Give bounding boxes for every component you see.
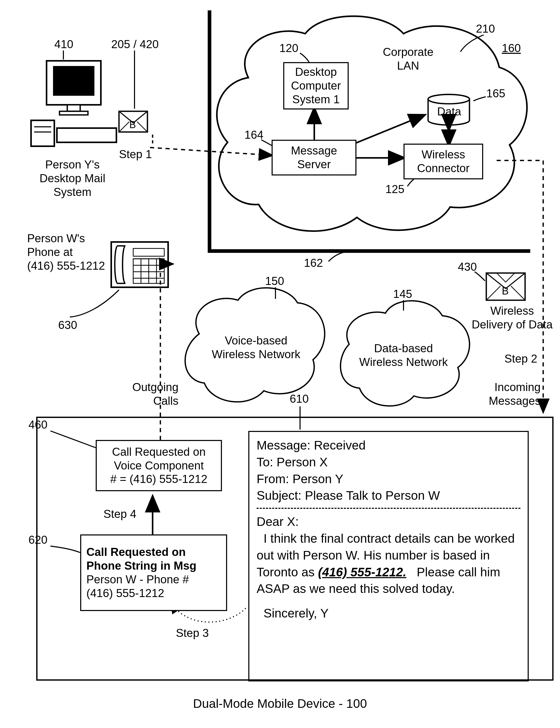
call-req-msg-box: Call Requested on Phone String in Msg Pe…: [80, 534, 227, 611]
phone-icon: [111, 242, 168, 287]
ref-164: 164: [245, 128, 263, 142]
svg-rect-6: [31, 120, 54, 146]
call-req-voice-label: Call Requested on Voice Component # = (4…: [110, 445, 208, 486]
message-box: Message: Received To: Person X From: Per…: [248, 431, 529, 681]
step3-label: Step 3: [176, 626, 209, 640]
call-req-msg-line1: Person W - Phone #: [86, 573, 189, 586]
ref-125: 125: [385, 182, 404, 196]
ref-630: 630: [58, 318, 77, 332]
ref-610: 610: [290, 392, 308, 406]
envelope-b-large-letter: B: [502, 285, 509, 297]
msg-from: From: Person Y: [257, 471, 520, 488]
outgoing-calls-label: Outgoing Calls: [122, 380, 179, 408]
msg-to: To: Person X: [257, 454, 520, 471]
desktop-computer-box: Desktop Computer System 1: [283, 62, 349, 109]
leader-630: [70, 290, 119, 317]
call-req-msg-title: Call Requested on Phone String in Msg: [86, 545, 196, 573]
ref-410: 410: [54, 38, 73, 51]
arrow-ms-to-data: [354, 115, 424, 144]
msg-subject: Subject: Please Talk to Person W: [257, 487, 520, 504]
ref-150: 150: [265, 274, 284, 288]
svg-rect-13: [133, 248, 164, 256]
leader-162: [328, 252, 346, 261]
leader-120: [300, 53, 309, 62]
ref-210: 210: [476, 22, 495, 36]
data-network-label: Data-based Wireless Network: [354, 342, 453, 369]
incoming-messages-label: Incoming Messages: [473, 380, 541, 408]
svg-rect-4: [67, 105, 80, 111]
data-label: Data: [437, 105, 461, 119]
desktop-computer-icon: [31, 61, 116, 146]
message-server-label: Message Server: [291, 144, 337, 171]
call-req-voice-box: Call Requested on Voice Component # = (4…: [96, 440, 222, 491]
step2-label: Step 2: [504, 352, 537, 366]
diagram-canvas: 160 210 120 165 164 125 162 410 205 / 42…: [0, 0, 560, 728]
msg-divider: [257, 508, 520, 509]
wireless-delivery-label: Wireless Delivery of Data: [468, 304, 556, 332]
envelope-b-small-letter: B: [129, 119, 136, 131]
svg-rect-9: [57, 128, 116, 142]
voice-network-label: Voice-based Wireless Network: [207, 334, 305, 361]
corporate-lan-label: Corporate LAN: [383, 45, 433, 73]
svg-point-1: [428, 94, 469, 104]
person-y-label: Person Y's Desktop Mail System: [31, 158, 114, 199]
leader-165: [473, 97, 486, 101]
outgoing-calls-arrow: [160, 264, 172, 440]
call-req-msg-line2: (416) 555-1212: [86, 586, 164, 600]
ref-160: 160: [502, 41, 521, 55]
leader-210: [460, 35, 484, 52]
footer-label: Dual-Mode Mobile Device - 100: [0, 696, 560, 711]
message-server-box: Message Server: [272, 140, 356, 175]
ref-145: 145: [393, 287, 412, 301]
corporate-lan-cloud: [217, 16, 527, 231]
ref-205-420: 205 / 420: [111, 38, 159, 51]
msg-body1: Dear X:: [257, 513, 520, 530]
ref-430: 430: [458, 260, 477, 274]
svg-rect-3: [53, 66, 94, 96]
msg-phone-bold: (416) 555-1212.: [318, 565, 406, 579]
person-w-label: Person W's Phone at (416) 555-1212: [27, 232, 110, 273]
wireless-connector-box: Wireless Connector: [403, 144, 483, 179]
ref-162: 162: [304, 256, 323, 270]
wireless-connector-label: Wireless Connector: [417, 148, 469, 175]
msg-body4: Sincerely, Y: [257, 605, 520, 622]
step4-label: Step 4: [104, 507, 136, 521]
ref-165: 165: [486, 87, 505, 100]
msg-line1: Message: Received: [257, 437, 520, 454]
msg-body-wrap: I think the final contract details can b…: [257, 530, 520, 597]
svg-rect-5: [60, 111, 88, 115]
desktop-computer-label: Desktop Computer System 1: [291, 65, 341, 106]
step1-label: Step 1: [119, 148, 152, 161]
ref-120: 120: [280, 41, 298, 55]
